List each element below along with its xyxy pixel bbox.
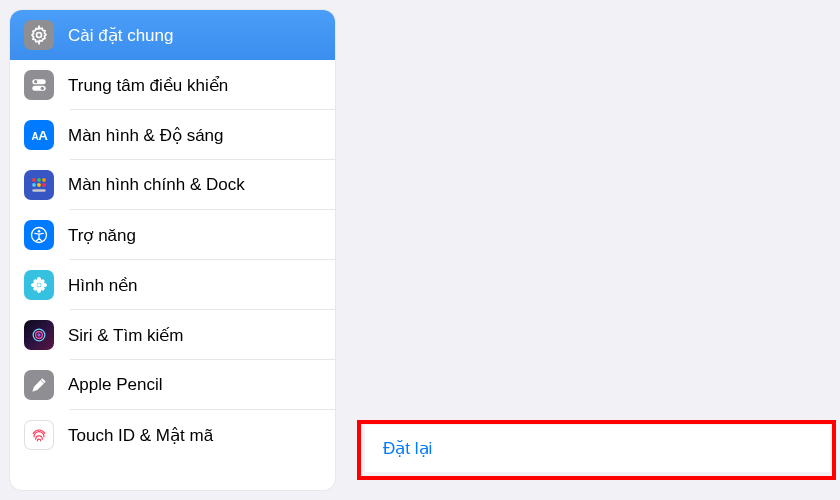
reset-label: Đặt lại: [383, 439, 432, 458]
sidebar-item-home-screen[interactable]: Màn hình chính & Dock: [10, 160, 335, 210]
sidebar-item-label: Apple Pencil: [68, 375, 163, 395]
settings-detail-pane: Đặt lại: [335, 10, 830, 490]
svg-rect-7: [32, 178, 35, 181]
gear-icon: [24, 20, 54, 50]
svg-rect-13: [32, 189, 45, 192]
sidebar-item-wallpaper[interactable]: Hình nền: [10, 260, 335, 310]
svg-point-27: [37, 333, 40, 336]
flower-icon: [24, 270, 54, 300]
sidebar-item-apple-pencil[interactable]: Apple Pencil: [10, 360, 335, 410]
app-grid-icon: [24, 170, 54, 200]
svg-point-0: [37, 33, 42, 38]
sidebar-item-label: Touch ID & Mật mã: [68, 425, 213, 446]
svg-rect-11: [37, 183, 40, 186]
toggles-icon: [24, 70, 54, 100]
svg-rect-8: [37, 178, 40, 181]
sidebar-item-siri[interactable]: Siri & Tìm kiếm: [10, 310, 335, 360]
pencil-icon: [24, 370, 54, 400]
sidebar-item-label: Hình nền: [68, 275, 138, 296]
text-size-icon: A A: [24, 120, 54, 150]
siri-icon: [24, 320, 54, 350]
sidebar-item-label: Trợ năng: [68, 225, 136, 246]
svg-text:A: A: [38, 128, 48, 143]
svg-rect-12: [42, 183, 45, 186]
reset-row[interactable]: Đặt lại: [365, 425, 830, 472]
sidebar-item-touch-id[interactable]: Touch ID & Mật mã: [10, 410, 335, 460]
sidebar-item-label: Cài đặt chung: [68, 25, 173, 46]
svg-rect-10: [32, 183, 35, 186]
sidebar-item-label: Màn hình chính & Dock: [68, 175, 245, 195]
sidebar-item-general[interactable]: Cài đặt chung: [10, 10, 335, 60]
svg-point-15: [38, 230, 41, 233]
fingerprint-icon: [24, 420, 54, 450]
sidebar-item-accessibility[interactable]: Trợ năng: [10, 210, 335, 260]
svg-point-16: [37, 283, 41, 287]
sidebar-item-label: Trung tâm điều khiển: [68, 75, 228, 96]
svg-point-4: [41, 87, 44, 90]
accessibility-icon: [24, 220, 54, 250]
sidebar-item-control-center[interactable]: Trung tâm điều khiển: [10, 60, 335, 110]
settings-sidebar: Cài đặt chung Trung tâm điều khiển A A: [10, 10, 335, 490]
svg-rect-9: [42, 178, 45, 181]
svg-point-3: [34, 80, 37, 83]
sidebar-item-label: Màn hình & Độ sáng: [68, 125, 224, 146]
sidebar-item-display[interactable]: A A Màn hình & Độ sáng: [10, 110, 335, 160]
sidebar-item-label: Siri & Tìm kiếm: [68, 325, 183, 346]
